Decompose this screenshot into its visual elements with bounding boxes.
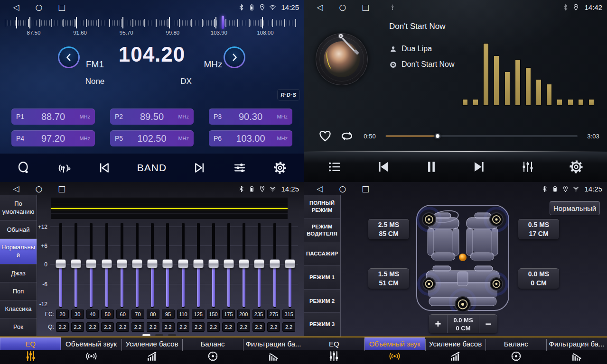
progress-thumb[interactable] [434, 133, 441, 139]
home-button[interactable]: ○ [28, 182, 50, 196]
fc-value[interactable]: 235 [252, 309, 265, 319]
home-button[interactable]: ○ [331, 0, 354, 14]
listening-mode-item[interactable]: РЕЖИМ 1 [304, 266, 340, 290]
back-button[interactable]: ◁ [5, 182, 28, 196]
band-gain-slider[interactable] [208, 223, 219, 308]
q-value[interactable]: 2.2 [101, 322, 114, 332]
audio-tab[interactable]: Усиление басов [425, 337, 486, 364]
recents-button[interactable]: □ [50, 0, 73, 14]
band-gain-slider[interactable] [223, 223, 234, 308]
fc-value[interactable]: 95 [162, 309, 175, 319]
slider-handle[interactable] [162, 259, 173, 268]
listening-mode-item[interactable]: РЕЖИМ 2 [304, 290, 340, 313]
slider-handle[interactable] [254, 259, 264, 268]
q-value[interactable]: 2.2 [147, 322, 159, 332]
q-value[interactable]: 2.2 [222, 322, 235, 332]
preset-button[interactable]: P4 97.20 MHz [11, 130, 95, 146]
audio-tab[interactable]: Фильтрация ба... [546, 337, 607, 364]
next-track-button[interactable] [472, 159, 487, 174]
mixer-button[interactable] [520, 159, 535, 174]
fc-value[interactable]: 200 [237, 309, 250, 319]
audio-tab[interactable]: Объёмный звук [364, 337, 425, 364]
eq-preset-item[interactable]: Классика [0, 300, 37, 318]
q-value[interactable]: 2.2 [116, 322, 129, 332]
band-gain-slider[interactable] [85, 223, 97, 308]
field-preset-button[interactable]: Нормальный [550, 201, 600, 215]
listening-mode-item[interactable]: РЕЖИМ ВОДИТЕЛЯ [304, 219, 340, 243]
front-left-delay[interactable]: 2.5 MS 85 CM [368, 219, 409, 239]
preset-button[interactable]: P6 103.00 MHz [209, 130, 292, 146]
slider-handle[interactable] [102, 259, 112, 268]
listening-mode-item[interactable]: ПАССАЖИР [304, 242, 340, 266]
band-gain-slider[interactable] [253, 223, 265, 308]
slider-handle[interactable] [117, 259, 127, 268]
audio-tab[interactable]: EQ [304, 337, 364, 364]
q-value[interactable]: 2.2 [282, 322, 295, 332]
slider-handle[interactable] [270, 259, 280, 268]
recents-button[interactable]: □ [354, 0, 377, 14]
rear-left-delay[interactable]: 1.5 MS 51 CM [368, 268, 409, 289]
band-gain-slider[interactable] [147, 223, 158, 308]
q-value[interactable]: 2.2 [162, 322, 175, 332]
decrease-delay-button[interactable]: − [479, 315, 497, 333]
q-value[interactable]: 2.2 [237, 322, 250, 332]
preset-button[interactable]: P5 102.50 MHz [110, 130, 194, 146]
slider-handle[interactable] [71, 259, 81, 268]
listening-mode-item[interactable]: РЕЖИМ 3 [304, 313, 340, 337]
audio-tab[interactable]: EQ [0, 337, 61, 364]
preset-button[interactable]: P1 88.70 MHz [11, 109, 95, 125]
recents-button[interactable]: □ [354, 182, 377, 196]
slider-handle[interactable] [193, 259, 204, 268]
tune-up-button[interactable] [224, 46, 245, 68]
previous-track-button[interactable] [375, 159, 391, 174]
audio-tab[interactable]: Фильтрация ба... [243, 337, 304, 364]
scan-button[interactable] [17, 161, 31, 175]
band-gain-slider[interactable] [177, 223, 189, 308]
band-gain-slider[interactable] [193, 223, 204, 308]
eq-preset-item[interactable]: Нормальный [0, 239, 37, 264]
fc-value[interactable]: 50 [101, 309, 114, 319]
recents-button[interactable]: □ [50, 182, 73, 196]
fc-value[interactable]: 315 [282, 309, 295, 319]
home-button[interactable]: ○ [331, 182, 354, 196]
q-value[interactable]: 2.2 [207, 322, 220, 332]
eq-preset-item[interactable]: Обычай [0, 221, 37, 239]
slider-handle[interactable] [239, 259, 249, 268]
q-value[interactable]: 2.2 [267, 322, 280, 332]
settings-button[interactable] [273, 161, 287, 175]
q-value[interactable]: 2.2 [86, 322, 99, 332]
eq-preset-item[interactable]: Поп [0, 282, 37, 300]
eq-preset-item[interactable]: Джаз [0, 264, 37, 282]
q-value[interactable]: 2.2 [252, 322, 265, 332]
slider-handle[interactable] [86, 259, 96, 268]
fc-value[interactable]: 275 [267, 309, 280, 319]
pause-button[interactable] [424, 159, 439, 174]
slider-handle[interactable] [132, 259, 142, 268]
fc-value[interactable]: 30 [71, 309, 84, 319]
band-gain-slider[interactable] [70, 223, 82, 308]
audio-tab[interactable]: Объёмный звук [61, 337, 121, 364]
progress-bar[interactable] [385, 135, 578, 137]
q-value[interactable]: 2.2 [71, 322, 84, 332]
fc-value[interactable]: 80 [147, 309, 159, 319]
fc-value[interactable]: 60 [116, 309, 129, 319]
fc-value[interactable]: 110 [177, 309, 190, 319]
audio-tab[interactable]: Баланс [182, 337, 243, 364]
slider-handle[interactable] [178, 259, 188, 268]
slider-handle[interactable] [147, 259, 158, 268]
preset-button[interactable]: P2 89.50 MHz [110, 109, 194, 125]
equalizer-button[interactable] [233, 161, 247, 175]
front-right-delay[interactable]: 0.5 MS 17 CM [518, 219, 559, 239]
listening-mode-item[interactable]: ПОЛНЫЙ РЕЖИМ [304, 195, 340, 219]
fc-value[interactable]: 175 [222, 309, 235, 319]
q-value[interactable]: 2.2 [131, 322, 144, 332]
playlist-button[interactable] [327, 159, 342, 174]
settings-button[interactable] [569, 159, 584, 174]
band-gain-slider[interactable] [101, 223, 112, 308]
fc-value[interactable]: 20 [56, 309, 69, 319]
slider-handle[interactable] [56, 259, 66, 268]
band-gain-slider[interactable] [162, 223, 173, 308]
increase-delay-button[interactable]: + [429, 315, 447, 333]
fc-value[interactable]: 40 [86, 309, 99, 319]
fc-value[interactable]: 125 [192, 309, 205, 319]
